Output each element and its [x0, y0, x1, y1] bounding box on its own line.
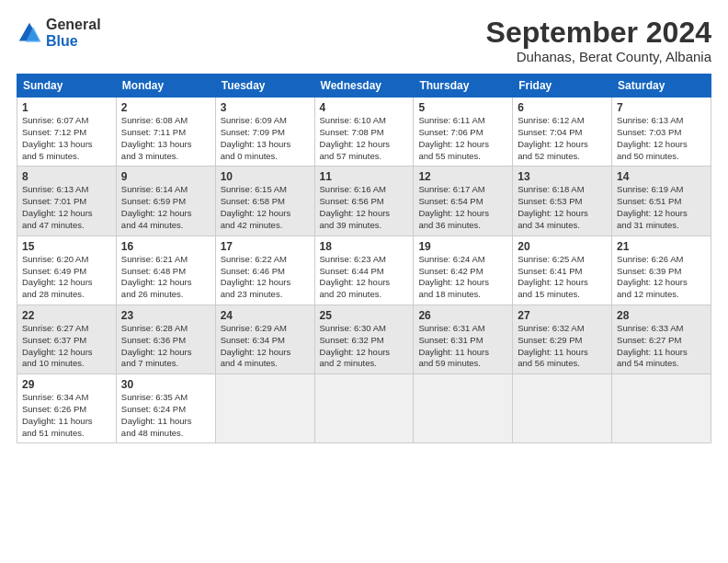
col-header-monday: Monday	[116, 75, 215, 98]
calendar: SundayMondayTuesdayWednesdayThursdayFrid…	[17, 74, 711, 443]
day-number: 3	[221, 101, 310, 114]
day-number: 18	[320, 240, 409, 253]
day-info: Sunrise: 6:22 AM Sunset: 6:46 PM Dayligh…	[221, 254, 310, 301]
day-info: Sunrise: 6:13 AM Sunset: 7:01 PM Dayligh…	[22, 184, 111, 231]
day-number: 10	[221, 170, 310, 183]
day-info: Sunrise: 6:28 AM Sunset: 6:36 PM Dayligh…	[121, 323, 210, 370]
day-cell: 22Sunrise: 6:27 AM Sunset: 6:37 PM Dayli…	[17, 304, 117, 373]
day-cell: 19Sunrise: 6:24 AM Sunset: 6:42 PM Dayli…	[414, 236, 513, 304]
day-number: 24	[221, 309, 310, 322]
day-cell: 12Sunrise: 6:17 AM Sunset: 6:54 PM Dayli…	[414, 167, 513, 236]
day-info: Sunrise: 6:24 AM Sunset: 6:42 PM Dayligh…	[418, 254, 507, 301]
day-number: 11	[320, 170, 409, 183]
day-cell: 10Sunrise: 6:15 AM Sunset: 6:58 PM Dayli…	[215, 167, 314, 236]
day-cell: 29Sunrise: 6:34 AM Sunset: 6:26 PM Dayli…	[17, 374, 117, 443]
day-cell: 15Sunrise: 6:20 AM Sunset: 6:49 PM Dayli…	[17, 236, 117, 304]
day-cell: 17Sunrise: 6:22 AM Sunset: 6:46 PM Dayli…	[215, 236, 314, 304]
title-block: September 2024 Duhanas, Berat County, Al…	[486, 17, 711, 64]
day-cell: 8Sunrise: 6:13 AM Sunset: 7:01 PM Daylig…	[17, 167, 117, 236]
day-info: Sunrise: 6:17 AM Sunset: 6:54 PM Dayligh…	[418, 184, 507, 231]
day-number: 17	[221, 240, 310, 253]
logo-text: General Blue	[46, 17, 101, 49]
day-cell: 6Sunrise: 6:12 AM Sunset: 7:04 PM Daylig…	[513, 98, 612, 167]
week-row-4: 22Sunrise: 6:27 AM Sunset: 6:37 PM Dayli…	[17, 304, 711, 373]
day-number: 12	[418, 170, 507, 183]
day-number: 2	[121, 101, 210, 114]
day-cell: 4Sunrise: 6:10 AM Sunset: 7:08 PM Daylig…	[314, 98, 414, 167]
day-info: Sunrise: 6:29 AM Sunset: 6:34 PM Dayligh…	[221, 323, 310, 370]
day-info: Sunrise: 6:15 AM Sunset: 6:58 PM Dayligh…	[221, 184, 310, 231]
col-header-saturday: Saturday	[612, 75, 711, 98]
day-number: 9	[121, 170, 210, 183]
day-number: 8	[22, 170, 111, 183]
header: General Blue September 2024 Duhanas, Ber…	[17, 17, 711, 64]
day-info: Sunrise: 6:18 AM Sunset: 6:53 PM Dayligh…	[518, 184, 607, 231]
day-cell	[314, 374, 414, 443]
day-cell	[513, 374, 612, 443]
day-info: Sunrise: 6:19 AM Sunset: 6:51 PM Dayligh…	[617, 184, 706, 231]
week-row-2: 8Sunrise: 6:13 AM Sunset: 7:01 PM Daylig…	[17, 167, 711, 236]
day-info: Sunrise: 6:31 AM Sunset: 6:31 PM Dayligh…	[418, 323, 507, 370]
day-info: Sunrise: 6:26 AM Sunset: 6:39 PM Dayligh…	[617, 254, 706, 301]
day-number: 4	[320, 101, 409, 114]
day-number: 6	[518, 101, 607, 114]
day-cell: 20Sunrise: 6:25 AM Sunset: 6:41 PM Dayli…	[513, 236, 612, 304]
day-cell: 9Sunrise: 6:14 AM Sunset: 6:59 PM Daylig…	[116, 167, 215, 236]
day-info: Sunrise: 6:32 AM Sunset: 6:29 PM Dayligh…	[518, 323, 607, 370]
day-cell: 27Sunrise: 6:32 AM Sunset: 6:29 PM Dayli…	[513, 304, 612, 373]
day-number: 5	[418, 101, 507, 114]
day-number: 15	[22, 240, 111, 253]
day-info: Sunrise: 6:13 AM Sunset: 7:03 PM Dayligh…	[617, 115, 706, 162]
day-number: 20	[518, 240, 607, 253]
day-cell: 24Sunrise: 6:29 AM Sunset: 6:34 PM Dayli…	[215, 304, 314, 373]
day-info: Sunrise: 6:25 AM Sunset: 6:41 PM Dayligh…	[518, 254, 607, 301]
day-number: 19	[418, 240, 507, 253]
day-info: Sunrise: 6:14 AM Sunset: 6:59 PM Dayligh…	[121, 184, 210, 231]
col-header-friday: Friday	[513, 75, 612, 98]
week-row-1: 1Sunrise: 6:07 AM Sunset: 7:12 PM Daylig…	[17, 98, 711, 167]
col-header-sunday: Sunday	[17, 75, 117, 98]
day-info: Sunrise: 6:21 AM Sunset: 6:48 PM Dayligh…	[121, 254, 210, 301]
day-info: Sunrise: 6:33 AM Sunset: 6:27 PM Dayligh…	[617, 323, 706, 370]
day-cell: 25Sunrise: 6:30 AM Sunset: 6:32 PM Dayli…	[314, 304, 414, 373]
day-cell: 5Sunrise: 6:11 AM Sunset: 7:06 PM Daylig…	[414, 98, 513, 167]
day-number: 13	[518, 170, 607, 183]
logo-blue: Blue	[46, 33, 101, 50]
day-cell	[215, 374, 314, 443]
day-number: 25	[320, 309, 409, 322]
day-info: Sunrise: 6:34 AM Sunset: 6:26 PM Dayligh…	[22, 392, 111, 439]
page: General Blue September 2024 Duhanas, Ber…	[0, 0, 728, 563]
day-info: Sunrise: 6:27 AM Sunset: 6:37 PM Dayligh…	[22, 323, 111, 370]
day-number: 7	[617, 101, 706, 114]
day-cell: 3Sunrise: 6:09 AM Sunset: 7:09 PM Daylig…	[215, 98, 314, 167]
day-cell: 1Sunrise: 6:07 AM Sunset: 7:12 PM Daylig…	[17, 98, 117, 167]
day-cell: 2Sunrise: 6:08 AM Sunset: 7:11 PM Daylig…	[116, 98, 215, 167]
day-cell: 11Sunrise: 6:16 AM Sunset: 6:56 PM Dayli…	[314, 167, 414, 236]
day-info: Sunrise: 6:07 AM Sunset: 7:12 PM Dayligh…	[22, 115, 111, 162]
day-number: 29	[22, 378, 111, 391]
day-cell: 21Sunrise: 6:26 AM Sunset: 6:39 PM Dayli…	[612, 236, 711, 304]
day-number: 22	[22, 309, 111, 322]
day-cell: 13Sunrise: 6:18 AM Sunset: 6:53 PM Dayli…	[513, 167, 612, 236]
day-cell: 26Sunrise: 6:31 AM Sunset: 6:31 PM Dayli…	[414, 304, 513, 373]
col-header-tuesday: Tuesday	[215, 75, 314, 98]
day-info: Sunrise: 6:10 AM Sunset: 7:08 PM Dayligh…	[320, 115, 409, 162]
day-number: 21	[617, 240, 706, 253]
day-number: 27	[518, 309, 607, 322]
week-row-3: 15Sunrise: 6:20 AM Sunset: 6:49 PM Dayli…	[17, 236, 711, 304]
header-row: SundayMondayTuesdayWednesdayThursdayFrid…	[17, 75, 711, 98]
day-info: Sunrise: 6:20 AM Sunset: 6:49 PM Dayligh…	[22, 254, 111, 301]
day-number: 1	[22, 101, 111, 114]
day-info: Sunrise: 6:16 AM Sunset: 6:56 PM Dayligh…	[320, 184, 409, 231]
day-info: Sunrise: 6:30 AM Sunset: 6:32 PM Dayligh…	[320, 323, 409, 370]
day-info: Sunrise: 6:12 AM Sunset: 7:04 PM Dayligh…	[518, 115, 607, 162]
day-info: Sunrise: 6:08 AM Sunset: 7:11 PM Dayligh…	[121, 115, 210, 162]
subtitle: Duhanas, Berat County, Albania	[486, 49, 711, 64]
day-cell	[612, 374, 711, 443]
day-cell: 30Sunrise: 6:35 AM Sunset: 6:24 PM Dayli…	[116, 374, 215, 443]
day-number: 23	[121, 309, 210, 322]
day-info: Sunrise: 6:23 AM Sunset: 6:44 PM Dayligh…	[320, 254, 409, 301]
week-row-5: 29Sunrise: 6:34 AM Sunset: 6:26 PM Dayli…	[17, 374, 711, 443]
logo-icon	[17, 20, 42, 46]
day-cell: 23Sunrise: 6:28 AM Sunset: 6:36 PM Dayli…	[116, 304, 215, 373]
